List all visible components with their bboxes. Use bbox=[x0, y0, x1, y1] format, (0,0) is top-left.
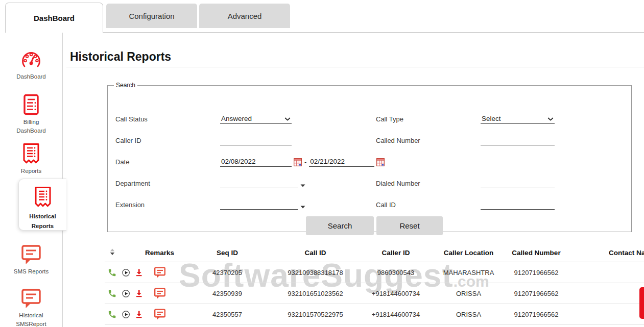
cell-seq-id: 42350939 bbox=[176, 290, 278, 297]
call-phone-icon[interactable] bbox=[108, 310, 116, 319]
sidebar-item-label-line1: Historical bbox=[19, 212, 66, 221]
tab-dashboard[interactable]: DashBoard bbox=[5, 3, 103, 33]
results-table: Remarks Seq ID Call ID Caller ID Caller … bbox=[105, 239, 644, 325]
play-recording-icon[interactable] bbox=[122, 268, 130, 278]
date-label: Date bbox=[115, 158, 129, 166]
search-legend: Search bbox=[114, 82, 137, 89]
table-header-row: Remarks Seq ID Call ID Caller ID Caller … bbox=[105, 239, 644, 262]
sidebar-item-sms-reports[interactable]: SMS Reports bbox=[0, 243, 62, 276]
column-header-caller-id[interactable]: Caller ID bbox=[352, 249, 439, 262]
caller-id-input[interactable] bbox=[220, 135, 292, 145]
chat-bubble-icon bbox=[19, 287, 43, 310]
play-recording-icon[interactable] bbox=[122, 289, 130, 298]
chevron-down-icon bbox=[547, 117, 554, 121]
sidebar-item-label-line1: Billing bbox=[0, 118, 62, 127]
invoice-icon bbox=[20, 93, 42, 116]
call-status-value: Answered bbox=[221, 115, 252, 122]
dialed-number-label: Dialed Number bbox=[376, 180, 420, 187]
column-header-contact-name[interactable]: Contact Name bbox=[575, 249, 644, 262]
receipt-icon bbox=[20, 142, 42, 165]
call-id-input[interactable] bbox=[481, 199, 555, 210]
sidebar-item-label-line2: DashBoard bbox=[0, 127, 62, 135]
download-icon[interactable] bbox=[135, 268, 143, 277]
called-number-label: Called Number bbox=[376, 137, 420, 144]
column-header-caller-location[interactable]: Caller Location bbox=[439, 249, 498, 262]
cell-called-number: 912071966562 bbox=[498, 290, 575, 297]
tab-configuration[interactable]: Configuration bbox=[106, 4, 197, 28]
date-to-value: 02/21/2022 bbox=[310, 158, 345, 165]
call-id-label: Call ID bbox=[376, 201, 396, 209]
table-row: 42370205 932109388318178 9860300543 MAHA… bbox=[105, 262, 644, 283]
receipt-icon bbox=[32, 185, 54, 209]
cell-caller-id: +918144600734 bbox=[352, 311, 439, 318]
sidebar-item-label: SMS Reports bbox=[0, 267, 62, 276]
reset-button[interactable]: Reset bbox=[376, 216, 443, 235]
date-from-input[interactable]: 02/08/2022 bbox=[220, 156, 292, 167]
cell-caller-id: 9860300543 bbox=[352, 269, 439, 276]
tab-advanced[interactable]: Advanced bbox=[199, 4, 290, 28]
cell-seq-id: 42370205 bbox=[176, 269, 278, 276]
sidebar-item-label-line1: Historical bbox=[0, 311, 62, 320]
called-number-input[interactable] bbox=[481, 135, 555, 145]
call-type-select[interactable]: Select bbox=[481, 113, 555, 124]
tab-advanced-label: Advanced bbox=[228, 12, 262, 20]
sidebar-item-billing-dashboard[interactable]: Billing DashBoard bbox=[0, 93, 62, 135]
search-button[interactable]: Search bbox=[306, 216, 374, 235]
call-phone-icon[interactable] bbox=[108, 289, 116, 298]
calendar-icon[interactable] bbox=[294, 158, 302, 166]
sidebar-item-dashboard[interactable]: DashBoard bbox=[0, 47, 62, 81]
column-header-call-id[interactable]: Call ID bbox=[278, 249, 352, 262]
sidebar-item-label: DashBoard bbox=[0, 72, 62, 81]
column-header-called-number[interactable]: Called Number bbox=[498, 249, 575, 262]
sort-icon[interactable] bbox=[110, 248, 115, 256]
feedback-edge-tab[interactable] bbox=[639, 287, 644, 319]
cell-caller-id: +918144600734 bbox=[352, 290, 439, 297]
date-to-input[interactable]: 02/21/2022 bbox=[309, 156, 374, 167]
chevron-down-icon bbox=[284, 117, 291, 121]
call-status-label: Call Status bbox=[115, 115, 148, 123]
column-header-remarks[interactable]: Remarks bbox=[143, 249, 176, 262]
caller-id-label: Caller ID bbox=[115, 137, 141, 144]
download-icon[interactable] bbox=[135, 310, 143, 319]
remarks-icon[interactable] bbox=[154, 309, 166, 320]
cell-called-number: 912071966562 bbox=[498, 269, 575, 276]
department-label: Department bbox=[115, 180, 150, 187]
title-divider bbox=[66, 67, 644, 67]
remarks-icon[interactable] bbox=[154, 267, 166, 279]
cell-called-number: 912071966562 bbox=[498, 311, 575, 318]
sidebar-item-label-line2: SMSReport bbox=[0, 320, 62, 327]
cell-call-id: 932101570522975 bbox=[278, 311, 352, 318]
call-type-value: Select bbox=[482, 115, 501, 122]
remarks-icon[interactable] bbox=[154, 288, 166, 299]
app-window: DashBoard Configuration Advanced DashBoa… bbox=[0, 0, 644, 327]
date-range-separator: - bbox=[304, 158, 306, 166]
calendar-icon[interactable] bbox=[376, 158, 385, 166]
dialed-number-input[interactable] bbox=[481, 178, 555, 188]
call-phone-icon[interactable] bbox=[108, 268, 116, 278]
cell-seq-id: 42350557 bbox=[176, 311, 278, 318]
play-recording-icon[interactable] bbox=[122, 310, 130, 319]
cell-caller-location: ORISSA bbox=[439, 290, 498, 297]
department-input[interactable] bbox=[220, 178, 298, 188]
download-icon[interactable] bbox=[135, 289, 143, 298]
sidebar-item-label: Reports bbox=[0, 167, 62, 175]
sidebar-item-historical-sms-report[interactable]: Historical SMSReport bbox=[0, 287, 62, 327]
dropdown-arrow-icon[interactable] bbox=[300, 206, 305, 209]
tab-configuration-label: Configuration bbox=[129, 12, 174, 20]
table-row: 42350557 932101570522975 +918144600734 O… bbox=[105, 304, 644, 325]
tab-dashboard-label: DashBoard bbox=[34, 14, 75, 22]
cell-call-id: 932101651023562 bbox=[278, 290, 352, 297]
date-from-value: 02/08/2022 bbox=[221, 158, 256, 165]
sidebar-item-reports[interactable]: Reports bbox=[0, 142, 62, 175]
column-header-seq-id[interactable]: Seq ID bbox=[176, 249, 278, 262]
call-status-select[interactable]: Answered bbox=[220, 113, 292, 124]
cell-caller-location: ORISSA bbox=[439, 311, 498, 318]
cell-caller-location: MAHARASHTRA bbox=[439, 269, 498, 276]
cell-call-id: 932109388318178 bbox=[278, 269, 352, 276]
sidebar-item-label-line2: Reports bbox=[19, 221, 66, 231]
chat-bubble-icon bbox=[19, 243, 43, 266]
table-row: 42350939 932101651023562 +918144600734 O… bbox=[105, 283, 644, 304]
dropdown-arrow-icon[interactable] bbox=[300, 184, 305, 187]
extension-input[interactable] bbox=[220, 199, 298, 210]
sidebar-item-historical-reports[interactable]: Historical Reports bbox=[18, 179, 66, 231]
